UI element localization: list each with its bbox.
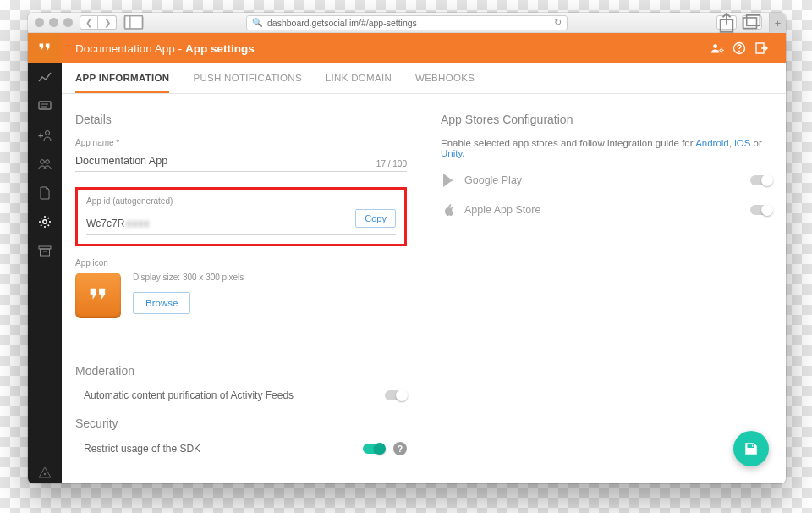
link-unity[interactable]: Unity [441, 148, 462, 158]
stores-desc: Enable selected app stores and follow in… [441, 138, 772, 158]
security-help-icon[interactable]: ? [393, 442, 407, 455]
moderation-toggle[interactable] [385, 390, 407, 400]
sidebar-toggle-button[interactable] [123, 15, 144, 30]
app-id-value: Wc7c7Rxxxx [86, 218, 348, 229]
app-id-label: App id (autogenerated) [86, 196, 396, 206]
apple-icon [441, 202, 456, 217]
security-row: Restrict usage of the SDK ? [84, 442, 407, 455]
sidebar-item-settings[interactable] [28, 207, 62, 236]
reload-icon[interactable]: ↻ [554, 17, 562, 28]
tabs-button[interactable] [742, 15, 762, 30]
svg-point-10 [46, 131, 50, 135]
breadcrumb-app: Documentation App - [75, 42, 182, 55]
app-id-highlight: App id (autogenerated) Wc7c7Rxxxx Copy [75, 187, 407, 246]
svg-point-19 [713, 44, 717, 48]
section-security: Security [75, 416, 407, 430]
app-icon-field: App icon Display size: 300 x 300 pixels … [75, 258, 407, 318]
svg-point-20 [720, 49, 722, 52]
app-icon-preview [75, 273, 121, 318]
browser-window: ❮ ❯ 🔍 dashboard.getsocial.im/#/app-setti… [28, 13, 786, 483]
nav-back-forward: ❮ ❯ [80, 15, 117, 30]
svg-point-11 [41, 160, 45, 164]
store-row-google: Google Play [441, 174, 772, 187]
google-play-icon [441, 174, 456, 187]
store-row-apple: Apple App Store [441, 202, 772, 217]
svg-rect-15 [41, 249, 50, 256]
svg-rect-5 [747, 15, 760, 26]
header-help-icon[interactable] [728, 41, 750, 55]
section-moderation: Moderation [75, 364, 407, 378]
app-id-visible-part: Wc7c7R [86, 218, 124, 229]
sidebar-item-documents[interactable] [28, 179, 62, 207]
app-name-field: App name * 17 / 100 [75, 138, 407, 172]
brand-logo[interactable] [28, 33, 62, 63]
back-button[interactable]: ❮ [80, 15, 98, 30]
share-button[interactable] [716, 15, 737, 30]
svg-text:+: + [38, 130, 43, 141]
section-stores: App Stores Configuration [441, 113, 772, 126]
app-name-label: App name * [75, 138, 407, 147]
store-name-apple: Apple App Store [464, 204, 540, 216]
new-tab-button[interactable]: + [769, 13, 786, 33]
save-fab[interactable] [733, 431, 769, 466]
svg-rect-0 [125, 16, 143, 29]
close-window-button[interactable] [35, 18, 44, 27]
svg-rect-4 [743, 18, 757, 29]
sidebar-item-analytics[interactable] [28, 63, 62, 92]
google-play-toggle[interactable] [750, 175, 772, 185]
titlebar-right [716, 15, 762, 30]
sidebar-footer-icon[interactable] [28, 466, 62, 478]
breadcrumb-page: App settings [185, 42, 255, 55]
svg-point-18 [44, 473, 46, 475]
browser-titlebar: ❮ ❯ 🔍 dashboard.getsocial.im/#/app-setti… [28, 13, 786, 33]
apple-store-toggle[interactable] [750, 205, 772, 215]
app-name-input[interactable] [75, 155, 407, 167]
zoom-window-button[interactable] [63, 18, 73, 27]
sidebar: + [28, 33, 62, 483]
sidebar-item-invite[interactable]: + [28, 121, 62, 150]
content: Documentation App - App settings APP INF… [62, 33, 786, 483]
page-header: Documentation App - App settings [62, 33, 786, 63]
sidebar-item-messages[interactable] [28, 92, 62, 121]
app-id-hidden-part: xxxx [126, 218, 150, 229]
browse-button[interactable]: Browse [133, 292, 190, 314]
store-name-google: Google Play [464, 174, 522, 186]
app-name-counter: 17 / 100 [376, 159, 407, 168]
tab-push-notifications[interactable]: PUSH NOTIFICATIONS [193, 63, 302, 93]
security-toggle[interactable] [363, 444, 385, 454]
link-ios[interactable]: iOS [734, 138, 750, 148]
tab-webhooks[interactable]: WEBHOOKS [415, 63, 475, 93]
right-column: App Stores Configuration Enable selected… [441, 113, 772, 483]
traffic-lights [35, 18, 73, 27]
copy-button[interactable]: Copy [355, 209, 396, 228]
moderation-row: Automatic content purification of Activi… [84, 389, 407, 401]
sidebar-item-archive[interactable] [28, 236, 62, 265]
left-column: Details App name * 17 / 100 App id (auto… [75, 113, 407, 483]
header-users-icon[interactable] [706, 41, 728, 55]
address-bar[interactable]: 🔍 dashboard.getsocial.im/#/app-settings … [246, 15, 568, 30]
security-label: Restrict usage of the SDK [84, 443, 200, 455]
tabs: APP INFORMATION PUSH NOTIFICATIONS LINK … [62, 63, 786, 94]
minimize-window-button[interactable] [49, 18, 58, 27]
panel: Details App name * 17 / 100 App id (auto… [62, 94, 786, 483]
section-details: Details [75, 113, 407, 126]
link-android[interactable]: Android [695, 138, 729, 148]
svg-rect-6 [39, 102, 51, 109]
svg-point-22 [738, 51, 740, 52]
url-text: dashboard.getsocial.im/#/app-settings [267, 18, 417, 28]
search-icon: 🔍 [252, 18, 262, 27]
forward-button[interactable]: ❯ [98, 15, 117, 30]
display-size-hint: Display size: 300 x 300 pixels [133, 273, 244, 282]
tab-app-information[interactable]: APP INFORMATION [75, 63, 169, 93]
sidebar-item-users[interactable] [28, 150, 62, 179]
app-shell: + Documentation App - App settings [28, 33, 786, 483]
svg-point-13 [43, 220, 47, 223]
app-icon-label: App icon [75, 258, 407, 268]
moderation-label: Automatic content purification of Activi… [84, 389, 376, 401]
svg-marker-17 [39, 467, 51, 477]
header-logout-icon[interactable] [750, 41, 772, 55]
tab-link-domain[interactable]: LINK DOMAIN [326, 63, 392, 93]
svg-point-12 [46, 160, 50, 164]
